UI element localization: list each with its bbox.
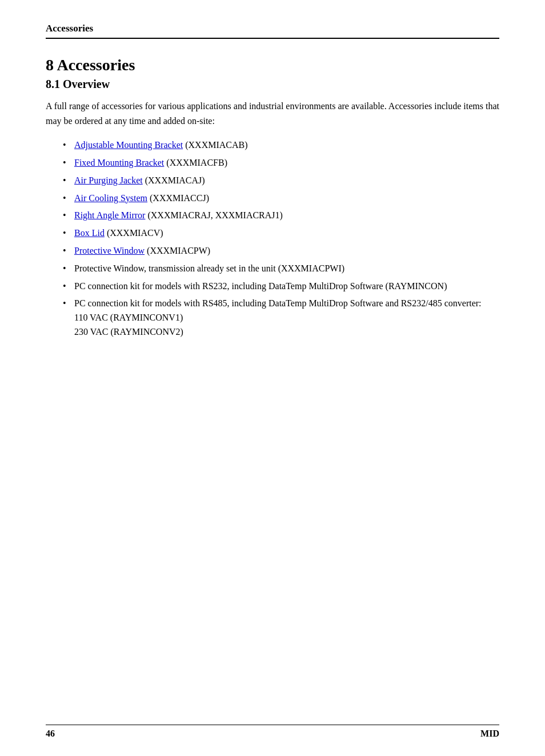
air-purging-jacket-link[interactable]: Air Purging Jacket bbox=[74, 175, 143, 185]
page-header: Accessories bbox=[46, 23, 499, 39]
footer-page-number: 46 bbox=[46, 729, 55, 739]
list-item: Adjustable Mounting Bracket (XXXMIACAB) bbox=[63, 138, 499, 153]
box-lid-link[interactable]: Box Lid bbox=[74, 228, 105, 238]
list-item: Fixed Mounting Bracket (XXXMIACFB) bbox=[63, 156, 499, 170]
footer-brand: MID bbox=[480, 729, 499, 739]
chapter-title: 8 Accessories bbox=[46, 56, 499, 74]
adjustable-mounting-bracket-link[interactable]: Adjustable Mounting Bracket bbox=[74, 140, 183, 150]
list-item: Box Lid (XXXMIACV) bbox=[63, 226, 499, 241]
list-item: Protective Window (XXXMIACPW) bbox=[63, 244, 499, 258]
accessories-list: Adjustable Mounting Bracket (XXXMIACAB) … bbox=[46, 138, 499, 339]
list-item: Right Angle Mirror (XXXMIACRAJ, XXXMIACR… bbox=[63, 209, 499, 223]
page-footer: 46 MID bbox=[46, 725, 499, 739]
list-item: PC connection kit for models with RS485,… bbox=[63, 297, 499, 339]
page-container: Accessories 8 Accessories 8.1 Overview A… bbox=[0, 0, 545, 756]
list-item: Air Purging Jacket (XXXMIACAJ) bbox=[63, 174, 499, 188]
protective-window-link[interactable]: Protective Window bbox=[74, 246, 145, 255]
section-title: 8.1 Overview bbox=[46, 78, 499, 91]
intro-paragraph: A full range of accessories for various … bbox=[46, 99, 499, 128]
fixed-mounting-bracket-link[interactable]: Fixed Mounting Bracket bbox=[74, 158, 164, 167]
header-title: Accessories bbox=[46, 23, 93, 34]
list-item: Protective Window, transmission already … bbox=[63, 262, 499, 276]
list-item: PC connection kit for models with RS232,… bbox=[63, 279, 499, 294]
right-angle-mirror-link[interactable]: Right Angle Mirror bbox=[74, 210, 145, 220]
air-cooling-system-link[interactable]: Air Cooling System bbox=[74, 193, 147, 203]
list-item: Air Cooling System (XXXMIACCJ) bbox=[63, 191, 499, 206]
